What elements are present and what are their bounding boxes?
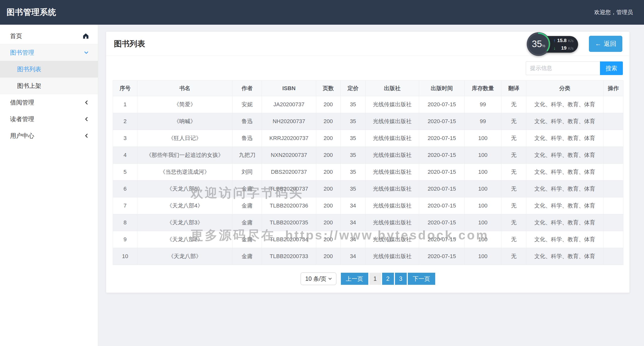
sidebar-item-reader-management[interactable]: 读者管理 [0, 111, 98, 127]
table-cell: 200 [316, 147, 340, 164]
table-cell: 文化、科学、教育、体育 [526, 197, 603, 214]
sidebar-item-book-management[interactable]: 图书管理 [0, 44, 98, 61]
table-cell: 无 [501, 231, 526, 248]
table-cell: DBS20200737 [262, 164, 316, 181]
table-cell: 金庸 [232, 248, 262, 265]
sidebar-item-label: 图书列表 [17, 65, 41, 73]
search-button[interactable]: 搜索 [600, 61, 623, 75]
table-row: 8《天龙八部3》金庸TLBB2020073520034光线传媒出版社2020-0… [113, 214, 623, 231]
table-cell: 文化、科学、教育、体育 [526, 96, 603, 113]
table-row: 7《天龙八部4》金庸TLBB2020073620034光线传媒出版社2020-0… [113, 197, 623, 214]
table-cell [603, 147, 623, 164]
table-cell: TLBB20200735 [262, 214, 316, 231]
search-input[interactable] [526, 61, 600, 75]
sidebar-item-book-shelf[interactable]: 图书上架 [0, 78, 98, 94]
sidebar-item-borrow-management[interactable]: 借阅管理 [0, 94, 98, 111]
table-cell: 无 [501, 197, 526, 214]
table-cell: 《简爱》 [137, 96, 232, 113]
page-size-select[interactable]: 10 条/页 [301, 272, 336, 285]
table-cell: 无 [501, 113, 526, 130]
table-cell: NH20200737 [262, 113, 316, 130]
table-cell: 《呐喊》 [137, 113, 232, 130]
table-cell: 无 [501, 96, 526, 113]
sidebar-item-label: 首页 [10, 32, 22, 40]
table-cell: 光线传媒出版社 [366, 248, 419, 265]
table-cell: 2020-07-15 [419, 130, 465, 147]
download-speed-value: 19 [561, 45, 567, 51]
table-cell: 99 [464, 96, 501, 113]
table-row: 3《狂人日记》鲁迅KRRJ2020073720035光线传媒出版社2020-07… [113, 130, 623, 147]
table-cell: 100 [464, 197, 501, 214]
table-cell: 文化、科学、教育、体育 [526, 248, 603, 265]
upload-arrow-icon: ↑ [553, 38, 556, 43]
table-cell: 无 [501, 147, 526, 164]
table-cell: 光线传媒出版社 [366, 130, 419, 147]
table-cell: KRRJ20200737 [262, 130, 316, 147]
column-header: 定价 [340, 81, 365, 96]
chevron-left-icon [84, 100, 89, 105]
download-arrow-icon: ↓ [553, 46, 556, 51]
search-toolbar: 搜索 [113, 61, 623, 75]
sidebar-item-home[interactable]: 首页 [0, 28, 98, 44]
table-cell: 无 [501, 164, 526, 181]
table-cell [603, 214, 623, 231]
upload-speed-unit: K/s [568, 39, 574, 43]
table-cell: 6 [113, 181, 137, 197]
table-cell: 8 [113, 214, 137, 231]
sidebar-item-label: 图书上架 [17, 82, 41, 90]
upload-speed-row: ↑ 15.8 K/s [553, 38, 574, 43]
next-page-button[interactable]: 下一页 [408, 273, 435, 285]
download-speed-widget[interactable]: ↑ 15.8 K/s ↓ 19 K/s 35 % [527, 32, 577, 56]
page-button-3[interactable]: 3 [395, 273, 407, 285]
progress-ring [527, 32, 550, 56]
table-cell: 100 [464, 130, 501, 147]
table-cell: 文化、科学、教育、体育 [526, 181, 603, 197]
download-speed-row: ↓ 19 K/s [553, 45, 574, 51]
table-cell: 1 [113, 96, 137, 113]
table-cell: 9 [113, 231, 137, 248]
table-cell: 光线传媒出版社 [366, 231, 419, 248]
app-title: 图书管理系统 [0, 7, 56, 18]
table-cell: 2020-07-15 [419, 147, 465, 164]
prev-page-button[interactable]: 上一页 [341, 273, 368, 285]
table-cell: 2 [113, 113, 137, 130]
upload-speed-value: 15.8 [557, 38, 567, 43]
chevron-down-icon [83, 50, 89, 56]
table-cell: 2020-07-15 [419, 164, 465, 181]
table-cell: 光线传媒出版社 [366, 214, 419, 231]
table-cell: 35 [340, 96, 365, 113]
table-cell: 文化、科学、教育、体育 [526, 130, 603, 147]
page-button-2[interactable]: 2 [382, 273, 394, 285]
table-cell: 金庸 [232, 181, 262, 197]
top-navbar: 图书管理系统 欢迎您，管理员 [0, 0, 644, 25]
table-cell [603, 96, 623, 113]
table-cell: 《当悲伤逆流成河》 [137, 164, 232, 181]
table-cell: 无 [501, 181, 526, 197]
table-cell: 金庸 [232, 231, 262, 248]
column-header: 出版社 [366, 81, 419, 96]
column-header: 库存数量 [464, 81, 501, 96]
table-cell: 100 [464, 181, 501, 197]
table-cell: 《天龙八部5》 [137, 181, 232, 197]
sidebar-item-book-list[interactable]: 图书列表 [0, 61, 98, 78]
pagination: 10 条/页 上一页 1 2 3 下一页 [106, 272, 629, 285]
table-cell: 200 [316, 197, 340, 214]
page-size-value: 10 条/页 [305, 275, 327, 283]
sidebar-item-user-center[interactable]: 用户中心 [0, 127, 98, 144]
page-button-1[interactable]: 1 [369, 273, 381, 285]
sidebar-item-label: 图书管理 [10, 49, 34, 57]
sidebar-item-label: 借阅管理 [10, 98, 34, 107]
table-cell: 100 [464, 248, 501, 265]
table-cell: 200 [316, 181, 340, 197]
back-arrow-icon: ← [595, 40, 601, 47]
back-button[interactable]: ← 返回 [589, 36, 622, 52]
table-cell: 100 [464, 147, 501, 164]
table-cell: 99 [464, 113, 501, 130]
column-header: 出版时间 [419, 81, 465, 96]
column-header: 序号 [113, 81, 137, 96]
table-cell: 34 [340, 197, 365, 214]
table-cell: 文化、科学、教育、体育 [526, 164, 603, 181]
table-cell: 2020-07-15 [419, 231, 465, 248]
table-row: 9《天龙八部2》金庸TLBB2020073420034光线传媒出版社2020-0… [113, 231, 623, 248]
table-cell [603, 113, 623, 130]
